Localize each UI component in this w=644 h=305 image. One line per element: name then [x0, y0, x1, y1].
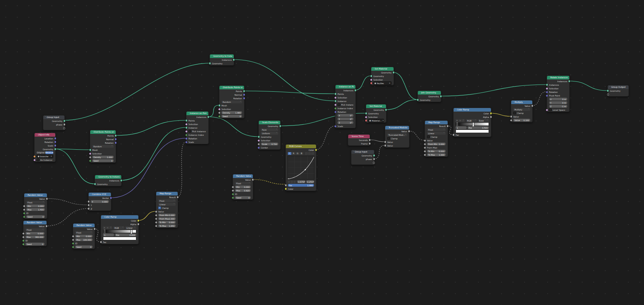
node-header-rotate-instances[interactable]: ˅Rotate Instances — [547, 76, 569, 79]
dropdown[interactable]: Multiply˅ — [513, 108, 530, 111]
value-field[interactable]: Min0.000 — [235, 185, 251, 188]
node-header-combine-xyz[interactable]: ˅Combine XYZ — [89, 193, 111, 196]
add-stop-button[interactable]: + — [456, 119, 458, 122]
socket-geo[interactable] — [94, 183, 96, 185]
vector-component-field[interactable]: Y0° — [338, 118, 353, 120]
segment-button[interactable]: Original — [37, 151, 45, 154]
collapse-chevron-icon[interactable]: ˅ — [455, 108, 456, 112]
node-header-random-value-4[interactable]: ˅Random Value — [73, 224, 95, 227]
node-map-range-2[interactable]: ˅Map RangeResultFloat˅Linear˅✓ClampValue… — [156, 191, 178, 228]
node-header-color-ramp-2[interactable]: ˅Color Ramp — [101, 215, 138, 219]
ramp-menu-button[interactable]: ˅ — [109, 226, 112, 229]
color-swatch[interactable] — [456, 129, 489, 133]
add-stop-button[interactable]: + — [103, 226, 106, 229]
value-field[interactable]: From Min0.000 — [427, 143, 446, 145]
object-field[interactable]: feuilles✕ — [373, 81, 392, 85]
node-instance-on-points-2[interactable]: ˅Instance on PointsInstancesPointsSelect… — [335, 85, 356, 128]
node-header-random-value-2[interactable]: ˅Random Value — [24, 193, 47, 197]
socket-val[interactable] — [88, 204, 90, 206]
node-combine-xyz[interactable]: ˅Combine XYZVectorX0.000YZ — [88, 192, 111, 211]
collapse-chevron-icon[interactable]: ˅ — [188, 112, 189, 115]
interpolation-dropdown[interactable]: Ease˅ — [478, 119, 489, 122]
dropdown[interactable]: Float˅ — [427, 128, 446, 131]
curve-point-x-field[interactable]: 0.67971 — [297, 180, 305, 183]
socket-geo[interactable] — [365, 112, 367, 114]
collapse-chevron-icon[interactable]: ˅ — [337, 85, 338, 89]
curve-zoom-in-icon[interactable] — [288, 181, 290, 183]
checkbox[interactable] — [387, 137, 390, 140]
value-field[interactable]: Seed0 — [25, 243, 45, 245]
node-header-truncated-modulo[interactable]: ˅Truncated Modulo — [385, 126, 409, 129]
dropdown[interactable]: Float˅ — [75, 231, 93, 234]
node-header-distribute-points-on-faces-2[interactable]: ˅Distribute Points on Faces — [219, 86, 244, 89]
node-rotate-instances[interactable]: ˅Rotate InstancesInstancesInstancesSelec… — [547, 75, 570, 112]
zoom-icon[interactable] — [308, 152, 311, 155]
value-field[interactable]: X0.000 — [91, 200, 109, 203]
collapse-chevron-icon[interactable]: ˅ — [221, 86, 222, 89]
curve-tools-icon[interactable] — [293, 181, 296, 183]
unlink-icon[interactable]: ✕ — [50, 155, 52, 157]
unlink-icon[interactable]: ✕ — [382, 120, 384, 122]
value-field[interactable]: To Max1.000 — [427, 153, 446, 156]
node-group-output[interactable]: ˅Group OutputGeometry — [607, 85, 629, 97]
value-field[interactable]: Min0.000 — [26, 205, 45, 207]
segment-button[interactable]: Relative — [45, 151, 54, 154]
collapse-chevron-icon[interactable]: ˅ — [97, 175, 97, 179]
node-header-instance-on-points-1[interactable]: ˅Instance on Points — [186, 112, 208, 115]
stop-position-field[interactable]: Pos0.834 — [115, 234, 136, 236]
value-field[interactable]: Max100.000 — [75, 238, 93, 241]
socket-geo[interactable] — [258, 136, 260, 138]
value-field[interactable]: To Min0.000 — [427, 150, 446, 152]
checkbox[interactable]: ✓ — [158, 207, 161, 209]
dropdown[interactable]: Linear˅ — [158, 203, 176, 206]
collapse-chevron-icon[interactable]: ˅ — [260, 121, 261, 124]
dropdown[interactable]: Face˅ — [261, 128, 278, 131]
collapse-chevron-icon[interactable]: ˅ — [513, 100, 514, 104]
channel-tab[interactable]: C — [288, 152, 291, 155]
value-field[interactable]: Max360.000 — [25, 236, 45, 238]
node-random-value-4[interactable]: ˅Random ValueValueFloat˅Min0.000Max100.0… — [73, 223, 95, 249]
collapse-chevron-icon[interactable]: ˅ — [75, 224, 76, 227]
node-set-material-2[interactable]: ˅Set MaterialGeometryGeometrySelectionMa… — [366, 104, 386, 123]
dropdown[interactable]: Float˅ — [25, 228, 45, 231]
collapse-chevron-icon[interactable]: ˅ — [387, 126, 388, 129]
socket-geo[interactable] — [186, 127, 188, 129]
socket-val[interactable] — [510, 116, 512, 118]
interpolation-dropdown[interactable]: Linear˅ — [125, 226, 136, 229]
socket-open[interactable] — [373, 162, 375, 164]
socket-val[interactable] — [285, 184, 287, 186]
collapse-chevron-icon[interactable]: ˅ — [353, 150, 354, 154]
checkbox[interactable] — [549, 108, 552, 111]
node-random-value-2[interactable]: ˅Random ValueValueFloat˅Min0.000Max1.400… — [24, 193, 47, 219]
socket-open[interactable] — [63, 127, 65, 129]
node-header-set-material-2[interactable]: ˅Set Material — [366, 104, 386, 108]
channel-tab[interactable]: B — [300, 152, 303, 155]
collapse-chevron-icon[interactable]: ˅ — [373, 67, 374, 71]
value-field[interactable]: Seed0 — [75, 245, 93, 248]
collapse-chevron-icon[interactable]: ˅ — [211, 54, 212, 58]
socket-val[interactable] — [453, 134, 455, 136]
node-header-group-input-1[interactable]: ˅Group Input — [43, 116, 64, 119]
vector-component-field[interactable]: Y0 m — [549, 101, 567, 104]
node-group-input-2[interactable]: ˅Group InputGeometryphase — [351, 150, 374, 165]
checkbox[interactable] — [37, 158, 39, 161]
dropdown[interactable]: Random˅ — [221, 100, 242, 103]
color-swatch[interactable] — [103, 237, 136, 240]
value-field[interactable]: Seed0 — [26, 215, 45, 218]
node-editor-canvas[interactable]: ˅Group InputGeometryphase˅Object InfoLoc… — [0, 0, 644, 305]
dropdown[interactable]: Uniform˅ — [261, 132, 278, 135]
vector-component-field[interactable]: Z0° — [338, 121, 353, 124]
node-distribute-points-on-faces-2[interactable]: ˅Distribute Points on FacesPointsNormalR… — [219, 85, 244, 118]
collapse-chevron-icon[interactable]: ˅ — [26, 193, 27, 197]
node-header-geometry-to-instance-2[interactable]: ˅Geometry to Instance — [210, 54, 234, 58]
value-field[interactable]: From Min0.000 — [158, 214, 176, 216]
delete-stop-button[interactable]: − — [106, 226, 109, 229]
value-field[interactable]: From Max1.000 — [158, 217, 176, 220]
collapse-chevron-icon[interactable]: ˅ — [45, 116, 46, 119]
socket-val[interactable] — [100, 241, 102, 243]
socket-geo[interactable] — [219, 104, 221, 106]
dropdown[interactable]: Truncated Mod...˅ — [387, 133, 407, 136]
checkbox[interactable] — [427, 135, 430, 138]
socket-geo[interactable] — [417, 99, 419, 101]
value-field[interactable]: To Min0.000 — [158, 221, 176, 224]
